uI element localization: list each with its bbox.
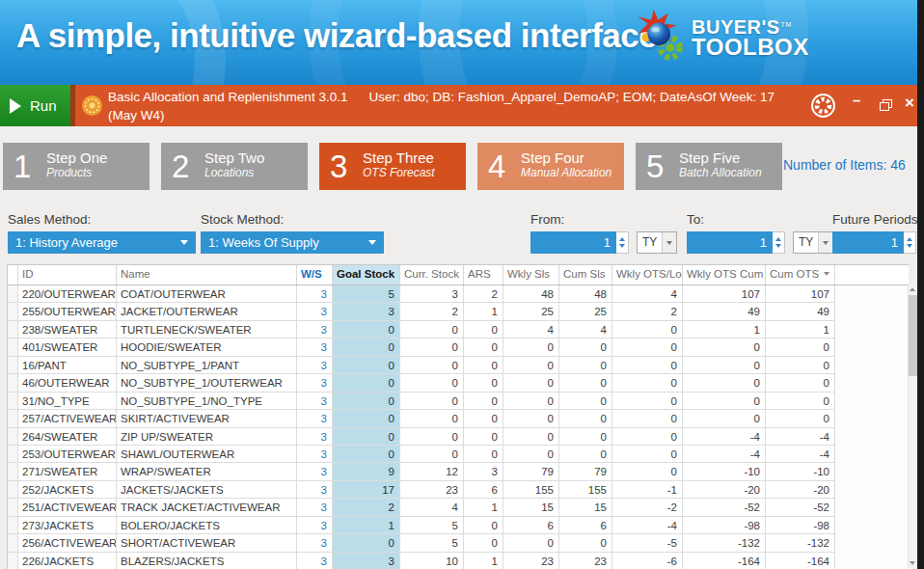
table-row[interactable]: 401/SWEATERHOODIE/SWEATER300000000 xyxy=(8,339,909,356)
spin-down-icon[interactable] xyxy=(907,244,912,248)
step-3[interactable]: 3Step ThreeOTS Forecast xyxy=(319,143,466,190)
row-selector[interactable] xyxy=(8,463,18,480)
row-selector[interactable] xyxy=(8,481,18,499)
cell-goal-stock[interactable]: 0 xyxy=(333,446,400,463)
step-title: Step One xyxy=(46,149,107,166)
cell-goal-stock[interactable]: 0 xyxy=(333,428,400,446)
spin-down-icon[interactable] xyxy=(619,244,625,248)
table-row[interactable]: 257/ACTIVEWEARSKIRT/ACTIVEWEAR300000000 xyxy=(8,410,909,427)
cell-cum-sls: 48 xyxy=(559,285,612,303)
column-header-cum-ots[interactable]: Cum OTS xyxy=(766,265,835,284)
scrollbar-thumb[interactable] xyxy=(909,295,917,376)
table-row[interactable]: 238/SWEATERTURTLENECK/SWEATER300044011 xyxy=(8,321,909,339)
table-row[interactable]: 251/ACTIVEWEARTRACK JACKET/ACTIVEWEAR324… xyxy=(8,499,909,516)
column-header-curr-stock[interactable]: Curr. Stock xyxy=(400,265,464,284)
cell-goal-stock[interactable]: 0 xyxy=(333,534,400,552)
cell-name: SHORT/ACTIVEWEAR xyxy=(117,534,297,552)
stepper-arrows[interactable] xyxy=(616,231,629,254)
table-row[interactable]: 16/PANTNO_SUBTYPE_1/PANT300000000 xyxy=(8,357,909,374)
cell-goal-stock[interactable]: 3 xyxy=(333,553,400,569)
to-period-stepper[interactable]: 1 xyxy=(687,231,785,254)
cell-goal-stock[interactable]: 0 xyxy=(333,393,400,410)
spin-up-icon[interactable] xyxy=(775,237,781,241)
cell-goal-stock[interactable]: 17 xyxy=(333,481,400,499)
cell-goal-stock[interactable]: 0 xyxy=(333,410,400,427)
column-header-ws[interactable]: W/S xyxy=(297,265,333,284)
table-row[interactable]: 226/JACKETSBLAZERS/JACKETS331012323-6-16… xyxy=(8,553,909,569)
column-header-goal-stock[interactable]: Goal Stock xyxy=(333,265,400,284)
step-5[interactable]: 5Step FiveBatch Allocation xyxy=(636,143,782,190)
stepper-arrows[interactable] xyxy=(773,231,785,254)
table-row[interactable]: 252/JACKETSJACKETS/JACKETS317236155155-1… xyxy=(8,481,909,499)
from-year-value: TY xyxy=(642,235,657,249)
row-selector-header[interactable] xyxy=(8,265,18,284)
scroll-down-icon[interactable] xyxy=(910,561,915,565)
settings-gear-icon[interactable] xyxy=(810,93,836,119)
cell-goal-stock[interactable]: 1 xyxy=(333,517,400,534)
table-row[interactable]: 271/SWEATERWRAP/SWEATER3912379790-10-10 xyxy=(8,463,909,480)
column-header-id[interactable]: ID xyxy=(18,265,117,284)
step-2[interactable]: 2Step TwoLocations xyxy=(161,143,308,190)
scroll-up-icon[interactable] xyxy=(910,287,915,291)
table-row[interactable]: 46/OUTERWEARNO_SUBTYPE_1/OUTERWEAR300000… xyxy=(8,374,909,392)
stepper-arrows[interactable] xyxy=(904,231,916,254)
step-1[interactable]: 1Step OneProducts xyxy=(3,143,149,190)
row-selector[interactable] xyxy=(8,393,18,410)
spin-down-icon[interactable] xyxy=(775,244,781,248)
row-selector[interactable] xyxy=(8,321,18,339)
restore-button[interactable] xyxy=(880,99,892,111)
cell-curr-stock: 0 xyxy=(400,393,464,410)
cell-goal-stock[interactable]: 0 xyxy=(333,321,400,339)
future-periods-stepper[interactable]: 1 xyxy=(832,231,916,254)
cell-id: 264/SWEATER xyxy=(18,428,117,446)
table-row[interactable]: 253/OUTERWEARSHAWL/OUTERWEAR3000000-4-4 xyxy=(8,446,909,463)
row-selector[interactable] xyxy=(8,410,18,427)
column-header-ars[interactable]: ARS xyxy=(464,265,503,284)
row-selector[interactable] xyxy=(8,374,18,392)
close-button[interactable]: × xyxy=(905,94,914,113)
cell-goal-stock[interactable]: 0 xyxy=(333,357,400,374)
row-selector[interactable] xyxy=(8,534,18,552)
cell-goal-stock[interactable]: 0 xyxy=(333,339,400,356)
row-selector[interactable] xyxy=(8,357,18,374)
cell-goal-stock[interactable]: 0 xyxy=(333,374,400,392)
table-row[interactable]: 31/NO_TYPENO_SUBTYPE_1/NO_TYPE300000000 xyxy=(8,393,909,410)
column-header-wkly-ots-cum[interactable]: Wkly OTS Cum xyxy=(683,265,766,284)
table-row[interactable]: 256/ACTIVEWEARSHORT/ACTIVEWEAR305000-5-1… xyxy=(8,534,909,552)
stock-method-dropdown[interactable]: 1: Weeks Of Supply xyxy=(201,231,384,254)
row-selector[interactable] xyxy=(8,553,18,569)
sales-method-dropdown[interactable]: 1: History Average xyxy=(8,231,196,254)
cell-goal-stock[interactable]: 3 xyxy=(333,303,400,320)
column-header-cum-sls[interactable]: Cum Sls xyxy=(559,265,612,284)
to-label: To: xyxy=(687,212,704,227)
minimize-button[interactable]: – xyxy=(853,92,860,108)
run-button[interactable]: Run xyxy=(0,85,70,126)
row-selector[interactable] xyxy=(8,517,18,534)
table-row[interactable]: 255/OUTERWEARJACKET/OUTERWEAR33212525249… xyxy=(8,303,909,320)
combo-dropdown-button[interactable] xyxy=(662,232,676,253)
row-selector[interactable] xyxy=(8,428,18,446)
combo-dropdown-button[interactable] xyxy=(818,232,832,253)
from-year-combo[interactable]: TY xyxy=(637,231,677,254)
table-row[interactable]: 264/SWEATERZIP UP/SWEATER3000000-4-4 xyxy=(8,428,909,446)
cell-goal-stock[interactable]: 2 xyxy=(333,499,400,516)
row-selector[interactable] xyxy=(8,285,18,303)
row-selector[interactable] xyxy=(8,303,18,320)
row-selector[interactable] xyxy=(8,339,18,356)
spin-up-icon[interactable] xyxy=(907,237,912,241)
cell-goal-stock[interactable]: 5 xyxy=(333,285,400,303)
cell-goal-stock[interactable]: 9 xyxy=(333,463,400,480)
vertical-scrollbar[interactable] xyxy=(908,284,917,569)
cell-cum-ots: 0 xyxy=(766,357,835,374)
column-header-wkly-sls[interactable]: Wkly Sls xyxy=(503,265,559,284)
to-year-combo[interactable]: TY xyxy=(793,231,833,254)
step-4[interactable]: 4Step FourManual Allocation xyxy=(477,143,624,190)
row-selector[interactable] xyxy=(8,499,18,516)
from-period-stepper[interactable]: 1 xyxy=(530,231,629,254)
table-row[interactable]: 220/OUTERWEARCOAT/OUTERWEAR3532484841071… xyxy=(8,285,909,303)
row-selector[interactable] xyxy=(8,446,18,463)
spin-up-icon[interactable] xyxy=(619,237,625,241)
column-header-name[interactable]: Name xyxy=(117,265,297,284)
column-header-wkly-ots-loc[interactable]: Wkly OTS/Loc xyxy=(612,265,683,284)
table-row[interactable]: 273/JACKETSBOLERO/JACKETS315066-4-98-98 xyxy=(8,517,909,534)
